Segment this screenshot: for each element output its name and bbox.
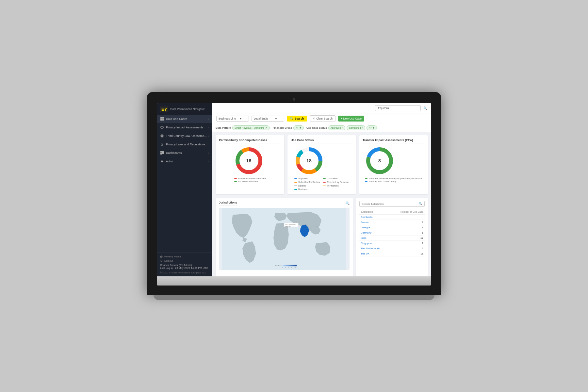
privacy-notice-link[interactable]: Privacy Notice: [160, 255, 209, 258]
jurisdiction-name[interactable]: India: [359, 236, 390, 241]
sidebar-item-dashboards[interactable]: Dashboards ›: [157, 149, 212, 157]
sidebar-item-data-use-cases[interactable]: Data Use Cases ›: [157, 115, 212, 123]
screen: EY Data Permissions Navigator: [157, 103, 431, 276]
use-case-legend: Approved Completed Submitted for Review …: [294, 177, 349, 191]
jurisdiction-name[interactable]: France: [359, 220, 390, 225]
filter-tag-data-pattern[interactable]: Direct Revenue - Marketing ✕: [232, 125, 270, 130]
use-case-count: 2: [390, 246, 425, 251]
ey-logo: EY: [160, 106, 168, 112]
legal-entity-select[interactable]: Legal Entity ▼: [252, 116, 284, 122]
sidebar-item-privacy-impact[interactable]: Privacy Impact Assessments ›: [157, 123, 212, 132]
business-line-select[interactable]: Business Line ▼: [216, 116, 249, 122]
charts-row: Permissibility of Completed Cases: [216, 135, 428, 194]
jurisdiction-search-input[interactable]: [362, 203, 417, 205]
sidebar-item-label: Privacy Laws and Regulations: [166, 143, 205, 146]
jurisdiction-name[interactable]: Georgia: [359, 225, 390, 230]
svg-text:Use Case Number:: Use Case Number:: [285, 224, 296, 225]
use-case-status-donut: 18: [294, 146, 324, 175]
gear-icon: [160, 159, 164, 163]
svg-text:15: 15: [291, 267, 293, 269]
use-case-count: 1: [390, 230, 425, 236]
laptop-container: EY Data Permissions Navigator: [147, 92, 441, 300]
last-login: Last Log in : 23 May 2023 14:06 PM UTC: [160, 267, 209, 270]
jurisdiction-name[interactable]: Cambodia: [359, 215, 390, 220]
jurisdiction-name[interactable]: Singapore: [359, 241, 390, 246]
svg-rect-10: [160, 153, 162, 155]
dashboard-icon: [160, 151, 164, 155]
svg-point-13: [162, 161, 163, 162]
use-case-count: 1: [390, 225, 425, 230]
app-logo: EY Data Permissions Navigator: [157, 103, 212, 115]
svg-rect-12: [160, 151, 162, 153]
user-info: Charles Brewer (EY Admin) Last Log in : …: [160, 264, 209, 270]
jurisdictions-map-title: Jurisdictions: [219, 201, 237, 206]
search-icon: 🔍: [419, 202, 422, 205]
jurisdiction-table: Jurisdiction Number of Use Case Cambodia…: [359, 209, 425, 256]
use-case-center-value: 18: [306, 158, 312, 163]
transfer-impact-body: 8 Transfers within EEA/Adequacy decision…: [363, 146, 425, 183]
search-icon[interactable]: 🔍: [423, 106, 427, 110]
chevron-right-icon: ›: [208, 118, 209, 121]
jurisdiction-name[interactable]: Germany: [359, 230, 390, 236]
svg-text:10: 10: [288, 267, 289, 269]
svg-rect-7: [161, 143, 163, 146]
svg-text:Use Case: Use Case: [275, 265, 282, 267]
filter-tag-approved[interactable]: Approved ×: [328, 125, 346, 130]
sidebar: EY Data Permissions Navigator: [157, 103, 212, 276]
clear-search-button[interactable]: ✕ Clear Search: [310, 115, 335, 122]
globe-icon: [160, 134, 164, 138]
sidebar-item-third-country[interactable]: Third Country Law Assessme... ›: [157, 132, 212, 140]
svg-rect-1: [162, 117, 164, 119]
sidebar-item-privacy-laws[interactable]: Privacy Laws and Regulations: [157, 140, 212, 149]
camera: [293, 98, 295, 101]
chevron-right-icon: ›: [208, 126, 209, 129]
laptop-bottom: [154, 295, 434, 300]
grid-icon: [160, 117, 164, 121]
jurisdiction-table-row: Cambodia: [359, 215, 425, 220]
filter-tag-completed[interactable]: Completed ×: [347, 125, 365, 130]
jurisdiction-table-row: The Netherlands2: [359, 246, 425, 251]
sidebar-item-label: Privacy Impact Assessments: [166, 126, 204, 129]
permissibility-chart-body: 16 Significant Issues Identified: [219, 146, 281, 183]
jurisdiction-table-row: India17: [359, 236, 425, 241]
filter-bar: Business Line ▼ Legal Entity ▼ 🔍 Search …: [212, 113, 431, 124]
use-case-count: 17: [390, 236, 425, 241]
filter-tag-financial[interactable]: +4 ▼: [293, 125, 304, 130]
app-title: Data Permissions Navigator: [170, 107, 204, 111]
active-filters: Data Pattern Direct Revenue - Marketing …: [212, 124, 431, 132]
new-use-case-button[interactable]: + New Use Case: [338, 116, 364, 122]
transfer-impact-chart-card: Transfer Impact Assessments (EEA): [359, 135, 428, 194]
jurisdictions-table-card: 🔍 Jurisdiction Number of Use Case: [356, 198, 428, 276]
use-case-status-body: 18 Approved Completed Submitted for Revi…: [291, 146, 353, 191]
jurisdiction-col-header: Jurisdiction: [359, 209, 390, 215]
chevron-down-icon: ▼: [239, 117, 242, 120]
chevron-right-icon: ›: [208, 152, 209, 155]
sidebar-item-admin[interactable]: Admin ›: [157, 157, 212, 166]
jurisdiction-name[interactable]: The Netherlands: [359, 246, 390, 251]
global-search-placeholder: Equitora: [378, 106, 389, 110]
filter-tag-more[interactable]: +7 ▼: [367, 125, 377, 130]
svg-rect-3: [162, 119, 164, 121]
use-case-status-title: Use Case Status: [291, 139, 353, 143]
svg-text:India: 17: India: 17: [285, 226, 291, 227]
sidebar-item-label: Dashboards: [166, 151, 182, 155]
main-content: Equitora 🔍 Business Line ▼ Legal Entity …: [212, 103, 431, 276]
sidebar-item-label: Admin: [166, 160, 174, 163]
svg-rect-11: [162, 151, 164, 154]
document-icon: [160, 142, 164, 146]
permissibility-center-value: 16: [246, 158, 252, 163]
search-button[interactable]: 🔍 Search: [287, 116, 307, 122]
transfer-center-value: 8: [378, 158, 381, 163]
svg-point-17: [161, 260, 162, 261]
shield-icon: [160, 125, 164, 129]
jurisdiction-name[interactable]: The UK: [359, 251, 390, 256]
use-case-count-col-header: Number of Use Case: [390, 209, 425, 215]
jurisdiction-search[interactable]: 🔍: [359, 201, 425, 207]
filter-tag-label: Use Case Status: [306, 126, 327, 129]
log-out-link[interactable]: Log out: [160, 259, 209, 262]
map-zoom-icon[interactable]: 🔍: [346, 202, 350, 205]
filter-tag-label: Data Pattern: [216, 126, 231, 129]
transfer-impact-donut: 8: [365, 146, 394, 175]
svg-text:20: 20: [294, 267, 296, 269]
permissibility-legend: Significant Issues Identified No issues …: [234, 177, 266, 183]
